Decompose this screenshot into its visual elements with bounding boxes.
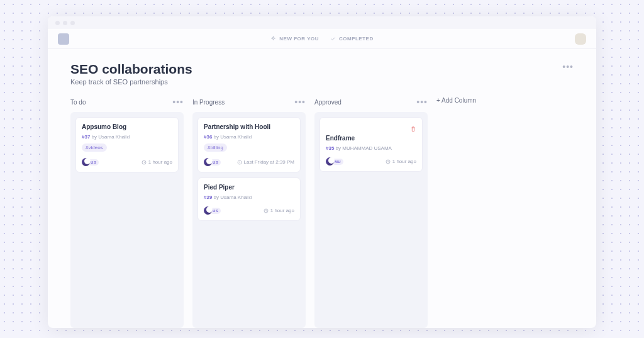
new-for-you-label: NEW FOR YOU bbox=[279, 36, 319, 42]
issue-number: #37 bbox=[82, 134, 90, 140]
column-name: In Progress bbox=[192, 99, 225, 106]
traffic-light-close[interactable] bbox=[55, 21, 60, 25]
traffic-light-zoom[interactable] bbox=[70, 21, 75, 25]
dismiss-button[interactable] bbox=[410, 123, 416, 135]
new-for-you-tab[interactable]: NEW FOR YOU bbox=[270, 36, 319, 42]
column-menu-button[interactable]: ••• bbox=[416, 97, 428, 107]
column: In Progress•••Partnership with Hooli#36 … bbox=[192, 97, 306, 328]
card-title: Partnership with Hooli bbox=[204, 123, 294, 130]
card-author: Usama Khalid bbox=[220, 194, 252, 200]
clock-icon bbox=[264, 208, 269, 213]
clock-icon bbox=[386, 159, 391, 164]
card-meta: #36 by Usama Khalid bbox=[204, 134, 294, 140]
card-by-label: by bbox=[336, 145, 341, 151]
traffic-light-minimize[interactable] bbox=[63, 21, 67, 25]
card-by-label: by bbox=[214, 194, 219, 200]
card[interactable]: Partnership with Hooli#36 by Usama Khali… bbox=[197, 117, 301, 172]
column-body[interactable]: Appsumo Blog#37 by Usama Khalid#videosUS… bbox=[70, 112, 184, 328]
board-subtitle: Keep track of SEO partnerships bbox=[70, 78, 192, 86]
moon-icon bbox=[82, 158, 90, 166]
card-tag[interactable]: #billing bbox=[204, 144, 227, 152]
user-avatar[interactable] bbox=[575, 33, 586, 45]
topbar: NEW FOR YOU COMPLETED bbox=[48, 29, 596, 49]
card-timestamp: Last Friday at 2:39 PM bbox=[237, 159, 294, 165]
card-avatars: US bbox=[82, 158, 99, 166]
card-avatars: MU bbox=[326, 157, 343, 166]
card[interactable]: Endframe#35 by MUHAMMAD USAMAMU1 hour ag… bbox=[319, 117, 423, 172]
column-menu-button[interactable]: ••• bbox=[172, 97, 184, 107]
add-column-button[interactable]: + Add Column bbox=[436, 97, 476, 104]
column: To do•••Appsumo Blog#37 by Usama Khalid#… bbox=[70, 97, 184, 328]
column-header: To do••• bbox=[70, 97, 184, 107]
issue-number: #36 bbox=[204, 134, 212, 140]
app-window: NEW FOR YOU COMPLETED SEO collaborations… bbox=[48, 16, 596, 328]
issue-number: #35 bbox=[326, 145, 334, 151]
card-by-label: by bbox=[214, 134, 219, 140]
card-title: Pied Piper bbox=[204, 184, 294, 191]
column-body[interactable]: Endframe#35 by MUHAMMAD USAMAMU1 hour ag… bbox=[314, 112, 428, 328]
column-name: Approved bbox=[314, 99, 341, 106]
clock-icon bbox=[237, 160, 242, 165]
board-title: SEO collaborations bbox=[70, 62, 192, 77]
completed-label: COMPLETED bbox=[339, 36, 374, 42]
clock-icon bbox=[142, 160, 147, 165]
moon-icon bbox=[204, 158, 212, 166]
column-menu-button[interactable]: ••• bbox=[294, 97, 306, 107]
card-meta: #29 by Usama Khalid bbox=[204, 194, 294, 200]
trash-icon bbox=[410, 126, 416, 132]
card-meta: #35 by MUHAMMAD USAMA bbox=[326, 145, 416, 151]
card-meta: #37 by Usama Khalid bbox=[82, 134, 172, 140]
timestamp-text: 1 hour ago bbox=[270, 208, 294, 213]
card-author: Usama Khalid bbox=[220, 134, 252, 140]
card-by-label: by bbox=[92, 134, 97, 140]
card-title: Endframe bbox=[326, 135, 416, 142]
card[interactable]: Pied Piper#29 by Usama KhalidUS1 hour ag… bbox=[197, 177, 301, 221]
column: Approved•••Endframe#35 by MUHAMMAD USAMA… bbox=[314, 97, 428, 328]
timestamp-text: 1 hour ago bbox=[392, 159, 416, 164]
timestamp-text: Last Friday at 2:39 PM bbox=[244, 159, 294, 165]
brand-logo[interactable] bbox=[58, 33, 69, 45]
card-title: Appsumo Blog bbox=[82, 123, 172, 130]
moon-icon bbox=[204, 206, 212, 215]
card-avatars: US bbox=[204, 158, 221, 166]
card-author: MUHAMMAD USAMA bbox=[342, 145, 392, 151]
card-timestamp: 1 hour ago bbox=[264, 208, 294, 213]
card-tag[interactable]: #videos bbox=[82, 144, 107, 152]
timestamp-text: 1 hour ago bbox=[148, 159, 172, 165]
column-header: Approved••• bbox=[314, 97, 428, 107]
issue-number: #29 bbox=[204, 194, 212, 200]
board-menu-button[interactable]: ••• bbox=[562, 62, 574, 72]
card-timestamp: 1 hour ago bbox=[142, 159, 172, 165]
column-name: To do bbox=[70, 99, 86, 106]
completed-tab[interactable]: COMPLETED bbox=[330, 36, 374, 42]
column-header: In Progress••• bbox=[192, 97, 306, 107]
card[interactable]: Appsumo Blog#37 by Usama Khalid#videosUS… bbox=[75, 117, 179, 172]
card-avatars: US bbox=[204, 206, 221, 215]
sparkle-icon bbox=[270, 36, 276, 42]
card-timestamp: 1 hour ago bbox=[386, 159, 416, 164]
kanban-board: To do•••Appsumo Blog#37 by Usama Khalid#… bbox=[59, 97, 585, 328]
column-body[interactable]: Partnership with Hooli#36 by Usama Khali… bbox=[192, 112, 306, 328]
check-icon bbox=[330, 36, 336, 42]
window-titlebar bbox=[48, 16, 596, 29]
moon-icon bbox=[326, 157, 334, 166]
card-author: Usama Khalid bbox=[98, 134, 130, 140]
